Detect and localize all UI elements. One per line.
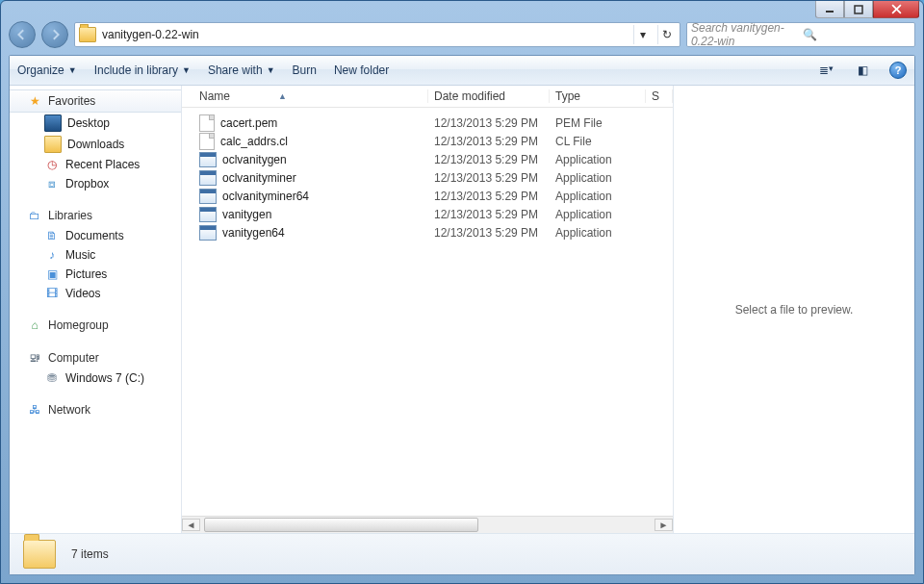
chevron-down-icon: ▼ — [68, 65, 77, 75]
nav-libraries[interactable]: 🗀Libraries — [10, 205, 181, 226]
nav-drive-c[interactable]: ⛃Windows 7 (C:) — [10, 368, 181, 388]
network-icon: 🖧 — [27, 402, 42, 418]
column-size[interactable]: S — [646, 89, 673, 103]
file-name: oclvanitygen — [222, 153, 287, 166]
nav-network[interactable]: 🖧Network — [10, 399, 181, 420]
address-dropdown-icon[interactable]: ▾ — [633, 25, 652, 44]
file-name: vanitygen64 — [222, 226, 285, 240]
pictures-icon: ▣ — [44, 267, 60, 282]
refresh-icon[interactable]: ↻ — [657, 25, 676, 44]
new-folder-button[interactable]: New folder — [334, 63, 389, 77]
content-frame: Organize▼ Include in library▼ Share with… — [9, 55, 915, 575]
nav-computer[interactable]: 🖳Computer — [10, 347, 181, 368]
file-type: CL File — [550, 135, 646, 148]
nav-desktop[interactable]: Desktop — [10, 113, 181, 134]
folder-icon — [79, 27, 96, 42]
file-date: 12/13/2013 5:29 PM — [428, 208, 550, 221]
address-path: vanitygen-0.22-win — [102, 28, 628, 41]
horizontal-scrollbar[interactable]: ◄ ► — [182, 516, 673, 533]
file-date: 12/13/2013 5:29 PM — [428, 153, 550, 166]
file-type: Application — [550, 153, 646, 166]
preview-pane-button[interactable]: ◧ — [853, 63, 872, 77]
music-icon: ♪ — [44, 247, 60, 263]
scroll-right-icon[interactable]: ► — [654, 519, 673, 531]
include-in-library-menu[interactable]: Include in library▼ — [94, 63, 191, 77]
homegroup-icon: ⌂ — [27, 317, 42, 333]
nav-favorites[interactable]: ★ Favorites — [10, 89, 181, 113]
file-icon — [199, 133, 215, 150]
search-input[interactable]: Search vanitygen-0.22-win 🔍 — [686, 22, 915, 47]
include-label: Include in library — [94, 63, 178, 77]
nav-downloads[interactable]: Downloads — [10, 134, 181, 155]
videos-icon: 🎞 — [44, 286, 60, 301]
file-type: Application — [550, 190, 646, 203]
item-count: 7 items — [71, 547, 109, 561]
nav-documents[interactable]: 🗎Documents — [10, 226, 181, 245]
address-bar-row: vanitygen-0.22-win ▾ ↻ Search vanitygen-… — [1, 18, 923, 51]
file-type: Application — [550, 208, 646, 221]
scroll-thumb[interactable] — [204, 518, 478, 532]
close-button[interactable] — [873, 1, 919, 18]
file-row[interactable]: vanitygen12/13/2013 5:29 PMApplication — [182, 205, 673, 223]
navigation-pane: ★ Favorites Desktop Downloads ◷Recent Pl… — [10, 86, 182, 533]
file-date: 12/13/2013 5:29 PM — [428, 190, 550, 203]
address-bar[interactable]: vanitygen-0.22-win ▾ ↻ — [74, 22, 680, 47]
column-type[interactable]: Type — [550, 89, 646, 103]
file-row[interactable]: oclvanityminer6412/13/2013 5:29 PMApplic… — [182, 187, 673, 205]
file-list-pane: Name ▲ Date modified Type S cacert.pem12… — [182, 86, 673, 533]
file-row[interactable]: cacert.pem12/13/2013 5:29 PMPEM File — [182, 114, 673, 132]
file-name: cacert.pem — [220, 116, 277, 130]
column-date[interactable]: Date modified — [428, 89, 550, 103]
svg-rect-1 — [855, 6, 862, 13]
file-name: vanitygen — [222, 208, 271, 221]
column-name[interactable]: Name ▲ — [182, 89, 428, 103]
file-type: PEM File — [550, 116, 646, 130]
application-icon — [199, 170, 217, 186]
search-icon: 🔍 — [803, 28, 911, 41]
folder-icon — [23, 540, 56, 569]
nav-pictures[interactable]: ▣Pictures — [10, 265, 181, 284]
file-name: calc_addrs.cl — [220, 135, 288, 148]
scroll-track[interactable] — [200, 517, 654, 533]
organize-label: Organize — [17, 63, 64, 77]
nav-favorites-label: Favorites — [48, 94, 95, 108]
sort-ascending-icon: ▲ — [278, 91, 287, 101]
titlebar — [1, 1, 923, 18]
application-icon — [199, 225, 217, 241]
view-options-button[interactable]: ≣ ▾ — [816, 63, 835, 77]
nav-dropbox[interactable]: ⧈Dropbox — [10, 174, 181, 193]
file-type: Application — [550, 171, 646, 185]
command-bar: Organize▼ Include in library▼ Share with… — [10, 56, 914, 86]
help-icon[interactable]: ? — [889, 62, 907, 79]
file-row[interactable]: vanitygen6412/13/2013 5:29 PMApplication — [182, 223, 673, 241]
search-placeholder: Search vanitygen-0.22-win — [691, 21, 799, 48]
drive-icon: ⛃ — [44, 370, 60, 386]
file-row[interactable]: calc_addrs.cl12/13/2013 5:29 PMCL File — [182, 132, 673, 150]
preview-placeholder: Select a file to preview. — [735, 303, 854, 317]
application-icon — [199, 207, 217, 222]
file-icon — [199, 114, 215, 132]
nav-forward-button[interactable] — [41, 21, 68, 48]
nav-recent-places[interactable]: ◷Recent Places — [10, 155, 181, 174]
nav-videos[interactable]: 🎞Videos — [10, 284, 181, 303]
file-row[interactable]: oclvanitygen12/13/2013 5:29 PMApplicatio… — [182, 150, 673, 168]
file-type: Application — [550, 226, 646, 240]
downloads-icon — [44, 136, 62, 153]
scroll-left-icon[interactable]: ◄ — [182, 519, 200, 531]
libraries-icon: 🗀 — [27, 208, 42, 223]
nav-music[interactable]: ♪Music — [10, 245, 181, 265]
dropbox-icon: ⧈ — [44, 176, 60, 191]
minimize-button[interactable] — [815, 1, 844, 18]
nav-back-button[interactable] — [9, 21, 36, 48]
star-icon: ★ — [27, 93, 42, 109]
application-icon — [199, 189, 217, 204]
file-row[interactable]: oclvanityminer12/13/2013 5:29 PMApplicat… — [182, 168, 673, 187]
maximize-button[interactable] — [844, 1, 873, 18]
burn-button[interactable]: Burn — [293, 63, 317, 77]
share-with-menu[interactable]: Share with▼ — [208, 63, 275, 77]
organize-menu[interactable]: Organize▼ — [17, 63, 77, 77]
desktop-icon — [44, 114, 62, 132]
nav-homegroup[interactable]: ⌂Homegroup — [10, 315, 181, 336]
file-date: 12/13/2013 5:29 PM — [428, 116, 550, 130]
file-rows: cacert.pem12/13/2013 5:29 PMPEM Filecalc… — [182, 108, 673, 516]
